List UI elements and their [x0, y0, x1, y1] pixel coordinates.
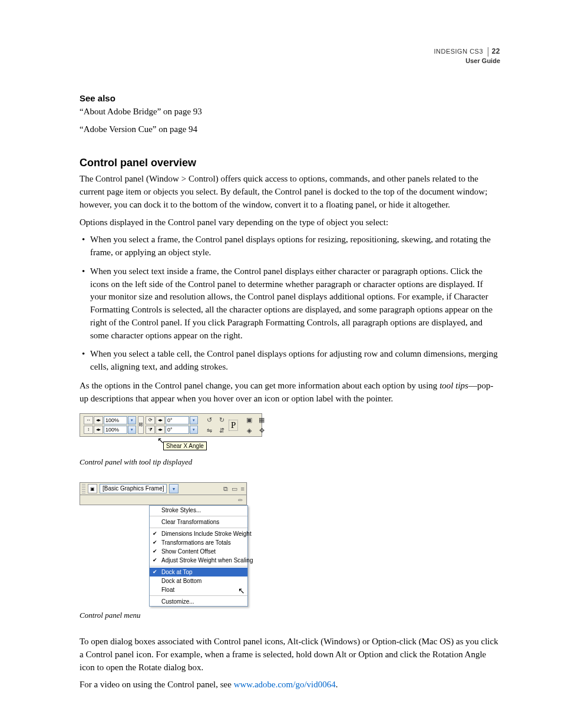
bullet-item: When you select text inside a frame, the… — [80, 265, 500, 342]
dropdown-icon[interactable]: ▾ — [128, 416, 136, 424]
menu-separator — [150, 566, 247, 566]
figure-caption: Control panel menu — [80, 610, 500, 621]
check-icon: ✔ — [153, 548, 157, 554]
menu-label: Float — [161, 587, 174, 593]
video-link[interactable]: www.adobe.com/go/vid0064 — [234, 680, 336, 689]
menu-label: Stroke Styles... — [161, 507, 201, 513]
figure-caption: Control panel with tool tip displayed — [80, 457, 500, 468]
menu-label: Transformations are Totals — [161, 539, 231, 546]
bullet-item: When you select a table cell, the Contro… — [80, 348, 500, 374]
center-content-icon[interactable]: ✥ — [256, 426, 267, 435]
dropdown-icon[interactable]: ▾ — [169, 484, 178, 493]
page-number: 22 — [488, 47, 500, 57]
menu-separator — [150, 595, 247, 596]
see-also-ref: “About Adobe Bridge” on page 93 — [80, 106, 500, 118]
menu-label: Show Content Offset — [161, 548, 216, 555]
new-style-icon[interactable]: ✏ — [238, 497, 243, 503]
section-heading: Control panel overview — [80, 157, 500, 169]
select-container-icon[interactable]: ▣ — [244, 415, 254, 424]
panel-icon[interactable]: ▭ — [232, 485, 237, 493]
rotation-field[interactable]: 0° — [166, 416, 189, 424]
stepper-icon[interactable]: ◂▸ — [156, 416, 165, 424]
menu-item[interactable]: ✔Show Content Offset — [150, 547, 247, 556]
dropdown-icon[interactable]: ▾ — [190, 426, 198, 434]
check-icon: ✔ — [153, 557, 157, 563]
dropdown-icon[interactable]: ▾ — [190, 416, 198, 424]
stepper-icon[interactable]: ◂▸ — [94, 416, 103, 424]
bullet-list: When you select a frame, the Control pan… — [80, 233, 500, 374]
menu-label: Clear Transformations — [161, 519, 219, 525]
cursor-icon: ↖ — [238, 586, 245, 595]
object-style-field[interactable]: [Basic Graphics Frame] — [100, 484, 167, 493]
doc-title: User Guide — [80, 57, 500, 65]
text-run: As the options in the Control panel chan… — [80, 381, 439, 390]
menu-label: Adjust Stroke Weight when Scaling — [161, 557, 253, 564]
panel-flyout-menu: Stroke Styles... Clear Transformations ✔… — [149, 505, 248, 607]
flip-v-icon[interactable]: ⇵ — [216, 426, 227, 435]
scale-y-field[interactable]: 100% — [104, 426, 127, 434]
shear-field[interactable]: 0° — [166, 426, 189, 434]
rotate-cw-icon[interactable]: ↻ — [216, 415, 227, 424]
rotation-icon[interactable]: ⟳ — [146, 416, 155, 424]
scale-y-icon[interactable]: ↕ — [84, 426, 93, 434]
stepper-icon[interactable]: ◂▸ — [156, 426, 165, 434]
panel-right-controls: ⧉ ▭ ≡ — [223, 485, 244, 493]
menu-item[interactable]: ✔Dimensions Include Stroke Weight — [150, 529, 247, 538]
menu-separator — [150, 516, 247, 516]
body-paragraph: Options displayed in the Control panel v… — [80, 216, 500, 229]
menu-label: Dimensions Include Stroke Weight — [161, 531, 252, 537]
text-run: For a video on using the Control panel, … — [80, 680, 234, 689]
menu-item[interactable]: Dock at Bottom — [150, 577, 247, 585]
control-panel-subbar: ✏ — [80, 495, 247, 505]
menu-item-selected[interactable]: ✔Dock at Top — [150, 568, 247, 577]
tooltip: Shear X Angle — [163, 442, 207, 450]
menu-item[interactable]: ✔Transformations are Totals — [150, 538, 247, 547]
menu-item[interactable]: Stroke Styles... — [150, 506, 247, 515]
panel-menu-icon[interactable]: ≡ — [241, 485, 244, 493]
bullet-item: When you select a frame, the Control pan… — [80, 233, 500, 259]
link-scale-icon[interactable]: ⛓ — [138, 416, 144, 434]
menu-item[interactable]: Clear Transformations — [150, 518, 247, 526]
menu-label: Dock at Top — [161, 569, 193, 575]
see-also-ref: “Adobe Version Cue” on page 94 — [80, 123, 500, 136]
scale-x-icon[interactable]: ↔ — [84, 416, 93, 424]
figure-control-panel-tooltip: ↔ ◂▸ 100% ▾ ↕ ◂▸ 100% ▾ ⛓ ⟳ ◂▸ 0° — [80, 413, 262, 453]
fit-content-icon[interactable]: ▦ — [256, 415, 267, 424]
body-paragraph: As the options in the Control panel chan… — [80, 380, 500, 406]
body-paragraph: To open dialog boxes associated with Con… — [80, 635, 500, 674]
menu-item[interactable]: ✔Adjust Stroke Weight when Scaling — [150, 556, 247, 565]
running-header: INDESIGN CS3 22 User Guide — [80, 47, 500, 65]
panel-icon[interactable]: ⧉ — [223, 485, 228, 493]
check-icon: ✔ — [153, 531, 157, 536]
product-name: INDESIGN CS3 — [434, 48, 483, 55]
body-paragraph: The Control panel (Window > Control) off… — [80, 173, 500, 211]
figure-control-panel-menu: ▣ [Basic Graphics Frame] ▾ ⧉ ▭ ≡ ✏ Strok… — [80, 482, 247, 607]
rotate-ccw-icon[interactable]: ↺ — [204, 415, 214, 424]
select-content-icon[interactable]: ◈ — [244, 426, 254, 435]
object-style-icon[interactable]: ▣ — [88, 484, 97, 493]
menu-label: Dock at Bottom — [161, 578, 201, 584]
page: INDESIGN CS3 22 User Guide See also “Abo… — [0, 0, 562, 728]
menu-item[interactable]: Float — [150, 585, 247, 594]
shear-icon[interactable]: ⧩ — [146, 426, 155, 434]
see-also-heading: See also — [80, 93, 500, 103]
check-icon: ✔ — [153, 539, 157, 545]
menu-separator — [150, 528, 247, 528]
dropdown-icon[interactable]: ▾ — [128, 426, 136, 434]
stepper-icon[interactable]: ◂▸ — [94, 426, 103, 434]
control-panel-bar: ▣ [Basic Graphics Frame] ▾ ⧉ ▭ ≡ — [80, 482, 247, 495]
text-run: . — [336, 680, 338, 689]
emphasis: tool tips — [439, 381, 468, 390]
menu-label: Customize... — [161, 598, 194, 605]
menu-item[interactable]: Customize... — [150, 597, 247, 606]
flip-h-icon[interactable]: ⇋ — [204, 426, 214, 435]
gripper-icon[interactable] — [82, 484, 85, 493]
scale-x-field[interactable]: 100% — [104, 416, 127, 424]
body-paragraph: For a video on using the Control panel, … — [80, 678, 500, 691]
check-icon: ✔ — [153, 569, 157, 575]
control-panel: ↔ ◂▸ 100% ▾ ↕ ◂▸ 100% ▾ ⛓ ⟳ ◂▸ 0° — [80, 413, 262, 437]
paragraph-icon[interactable]: P — [229, 420, 238, 431]
